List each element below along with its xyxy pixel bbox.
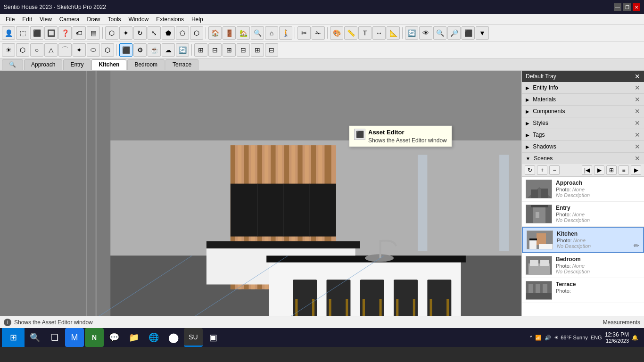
menu-file[interactable]: File: [2, 14, 18, 24]
entity-info-header[interactable]: ▶ Entity Info ✕: [522, 82, 644, 93]
triangle-button[interactable]: △: [44, 43, 58, 57]
taskbar-up-arrow[interactable]: ^: [530, 335, 532, 340]
tab-terrace[interactable]: Terrace: [165, 59, 198, 70]
zoom-ext-button[interactable]: 🏡: [237, 26, 250, 40]
taskbar-task-view[interactable]: ❑: [45, 328, 64, 347]
layers-button[interactable]: ▤: [87, 26, 100, 40]
win1-button[interactable]: ⊞: [194, 43, 207, 57]
shadows-header[interactable]: ▶ Shadows ✕: [522, 141, 644, 152]
push-pull-button[interactable]: ⬡: [105, 26, 118, 40]
scenes-add-button[interactable]: +: [537, 165, 547, 175]
arc-button[interactable]: ⌒: [58, 43, 72, 57]
menu-camera[interactable]: Camera: [56, 14, 83, 24]
scene-item-bedroom[interactable]: Bedroom Photo: None No Description: [522, 253, 644, 278]
scene-item-entry[interactable]: Entry Photo: None No Description: [522, 202, 644, 227]
scene-item-kitchen[interactable]: Kitchen Photo: None No Description ✏: [522, 227, 644, 253]
scale-button[interactable]: ⤡: [148, 26, 161, 40]
dropdown-button[interactable]: ▼: [476, 26, 489, 40]
orbit2-button[interactable]: 🔄: [405, 26, 418, 40]
viewport[interactable]: ⬛ Asset Editor Shows the Asset Editor wi…: [0, 71, 521, 316]
tab-kitchen[interactable]: Kitchen: [91, 59, 126, 70]
components-header[interactable]: ▶ Components ✕: [522, 106, 644, 117]
walk-button[interactable]: 🚶: [279, 26, 292, 40]
scenes-close[interactable]: ✕: [635, 155, 640, 162]
scenes-prev-button[interactable]: |◀: [582, 165, 592, 175]
sync-button[interactable]: 🔄: [176, 43, 189, 57]
scenes-list-button[interactable]: ≡: [619, 165, 629, 175]
solid-tools-button[interactable]: ⬠: [176, 26, 189, 40]
taskbar-lang[interactable]: ENG: [591, 335, 602, 340]
menu-view[interactable]: View: [36, 14, 56, 24]
tray-close-button[interactable]: ✕: [635, 73, 640, 80]
offset-button[interactable]: ⬟: [162, 26, 175, 40]
materials-close[interactable]: ✕: [635, 96, 640, 103]
scenes-minus-button[interactable]: −: [549, 165, 560, 175]
box-button[interactable]: ⬛: [30, 26, 43, 40]
components-button[interactable]: 🔲: [44, 26, 58, 40]
scene-item-terrace[interactable]: Terrace Photo:: [522, 278, 644, 303]
scenes-play-button[interactable]: ▶: [594, 165, 604, 175]
circle-button[interactable]: ○: [30, 43, 43, 57]
tab-bedroom[interactable]: Bedroom: [127, 59, 165, 70]
shadows-close[interactable]: ✕: [635, 143, 640, 150]
scenes-grid-button[interactable]: ⊞: [606, 165, 617, 175]
menu-draw[interactable]: Draw: [83, 14, 104, 24]
scenes-header[interactable]: ▼ Scenes ✕: [522, 153, 644, 164]
orbit-button[interactable]: 🏠: [208, 26, 222, 40]
win5-button[interactable]: ⊞: [251, 43, 264, 57]
profile-button[interactable]: 👤: [2, 26, 15, 40]
scenes-refresh-button[interactable]: ↻: [525, 165, 535, 175]
taskbar-sketchup[interactable]: SU: [184, 328, 203, 347]
taskbar-search[interactable]: 🔍: [25, 328, 44, 347]
taskbar-chrome[interactable]: ⬤: [164, 328, 183, 347]
win2-button[interactable]: ⊟: [208, 43, 222, 57]
taskbar-chat[interactable]: 💬: [105, 328, 124, 347]
select2-button[interactable]: ⬚: [16, 26, 29, 40]
taskbar-mail[interactable]: M: [65, 328, 84, 347]
section1-button[interactable]: ✂: [297, 26, 311, 40]
rotate-button[interactable]: ↻: [133, 26, 147, 40]
look-button[interactable]: 👁: [419, 26, 432, 40]
follow-button[interactable]: ⬡: [190, 26, 203, 40]
scene-item-approach[interactable]: Approach Photo: None No Description: [522, 177, 644, 202]
menu-edit[interactable]: Edit: [18, 14, 36, 24]
wheel-button[interactable]: ⚙: [133, 43, 147, 57]
materials-header[interactable]: ▶ Materials ✕: [522, 94, 644, 105]
measure-button[interactable]: 📏: [344, 26, 357, 40]
pan-button[interactable]: 🚪: [223, 26, 236, 40]
search4-button[interactable]: 🔎: [447, 26, 461, 40]
scenes-arrow-right[interactable]: ▶: [631, 165, 641, 175]
tags-header[interactable]: ▶ Tags ✕: [522, 129, 644, 140]
tab-approach[interactable]: Approach: [24, 59, 62, 70]
hex-button[interactable]: ⬡: [101, 43, 114, 57]
text-button[interactable]: T: [358, 26, 372, 40]
win6-button[interactable]: ⊟: [265, 43, 278, 57]
cloud-button[interactable]: ☁: [162, 43, 175, 57]
taskbar-note[interactable]: N: [85, 328, 104, 347]
search3-button[interactable]: 🔍: [433, 26, 446, 40]
maximize-button[interactable]: ❐: [623, 3, 631, 11]
dimension-button[interactable]: ↔: [372, 26, 386, 40]
menu-extensions[interactable]: Extensions: [152, 14, 188, 24]
home-button[interactable]: ⌂: [265, 26, 278, 40]
win3-button[interactable]: ⊞: [223, 43, 236, 57]
entity-info-close[interactable]: ✕: [635, 84, 640, 91]
taskbar-clock[interactable]: 12:36 PM 12/6/2023: [605, 331, 629, 344]
close-button[interactable]: ✕: [633, 3, 640, 11]
asset-editor-button[interactable]: ⬛: [119, 43, 132, 57]
taskbar-edge[interactable]: 🌐: [144, 328, 163, 347]
protractor-button[interactable]: 📐: [387, 26, 400, 40]
move-button[interactable]: ✦: [119, 26, 132, 40]
sun-button[interactable]: ☀: [2, 43, 15, 57]
menu-help[interactable]: Help: [188, 14, 207, 24]
question-button[interactable]: ❓: [58, 26, 72, 40]
taskbar-app2[interactable]: ▣: [204, 328, 223, 347]
section2-button[interactable]: ✁: [312, 26, 325, 40]
taskbar-explorer[interactable]: 📁: [124, 328, 143, 347]
tags-close[interactable]: ✕: [635, 131, 640, 139]
taskbar-notification[interactable]: 🔔: [632, 335, 638, 341]
paint-button[interactable]: 🎨: [330, 26, 343, 40]
tab-search[interactable]: 🔍: [2, 59, 23, 70]
tag-button[interactable]: 🏷: [73, 26, 86, 40]
axis-button[interactable]: ⬡: [16, 43, 29, 57]
